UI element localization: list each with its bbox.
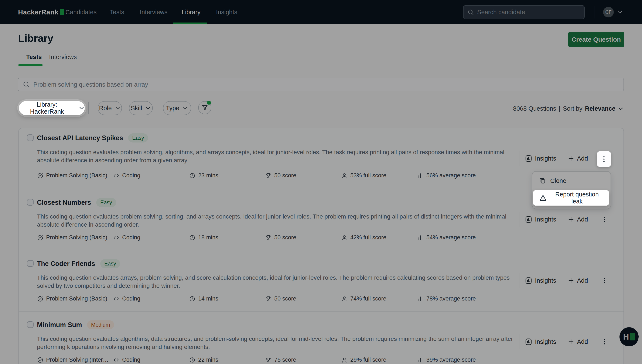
filter-library[interactable]: Library: HackerRank — [19, 101, 85, 115]
filter-library-label: Library: HackerRank — [19, 101, 75, 115]
report-label: Report question leak — [551, 191, 603, 205]
more-options-button-active[interactable] — [597, 151, 611, 167]
warning-triangle-icon — [539, 194, 547, 202]
chevron-down-icon — [78, 105, 85, 111]
kebab-menu-icon — [600, 155, 608, 163]
dim-overlay — [0, 0, 642, 364]
menu-item-report-question-leak[interactable]: Report question leak — [533, 190, 609, 206]
